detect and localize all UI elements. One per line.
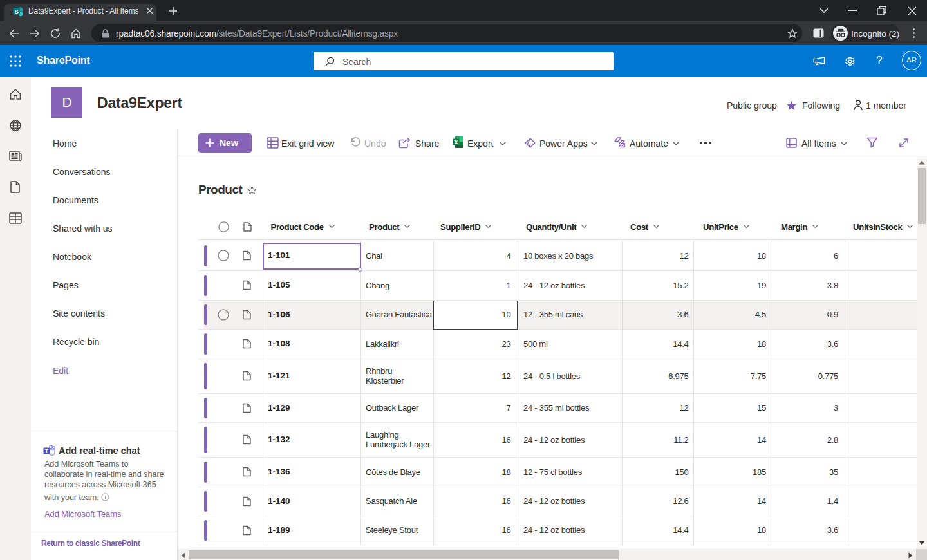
svg-text:S: S <box>15 8 19 15</box>
svg-text:X: X <box>454 139 458 145</box>
svg-text:T: T <box>45 448 48 454</box>
